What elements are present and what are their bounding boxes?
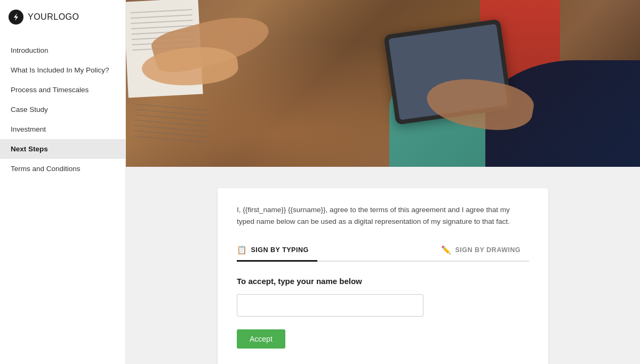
sidebar-item-process-timescales[interactable]: Process and Timescales xyxy=(0,80,125,100)
signature-tabs: 📋SIGN BY TYPING✏️SIGN BY DRAWING xyxy=(237,240,529,262)
sidebar-item-case-study[interactable]: Case Study xyxy=(0,100,125,119)
sign-by-drawing-icon: ✏️ xyxy=(441,245,452,255)
nav-menu: IntroductionWhat Is Included In My Polic… xyxy=(0,35,125,179)
tab-sign-by-drawing[interactable]: ✏️SIGN BY DRAWING xyxy=(441,240,529,262)
sign-by-typing-label: SIGN BY TYPING xyxy=(251,246,309,254)
main-content: I, {{first_name}} {{surname}}, agree to … xyxy=(126,0,640,364)
sign-by-typing-icon: 📋 xyxy=(237,245,247,255)
bolt-icon xyxy=(12,13,20,21)
sidebar-item-investment[interactable]: Investment xyxy=(0,119,125,139)
svg-marker-0 xyxy=(14,13,18,21)
tab-divider xyxy=(317,240,441,261)
logo-text: YOURLOGO xyxy=(28,12,79,22)
hero-image xyxy=(126,0,640,167)
tab-sign-by-typing[interactable]: 📋SIGN BY TYPING xyxy=(237,240,317,262)
agreement-text: I, {{first_name}} {{surname}}, agree to … xyxy=(237,204,529,227)
logo-area: YOURLOGO xyxy=(0,0,125,35)
form-card: I, {{first_name}} {{surname}}, agree to … xyxy=(218,188,548,364)
sign-by-drawing-label: SIGN BY DRAWING xyxy=(455,246,521,254)
name-input[interactable] xyxy=(237,294,423,317)
sidebar-item-next-steps[interactable]: Next Steps xyxy=(0,139,125,159)
paper-shape-front xyxy=(126,92,215,167)
sidebar-item-what-is-included[interactable]: What Is Included In My Policy? xyxy=(0,60,125,80)
sidebar-item-terms-conditions[interactable]: Terms and Conditions xyxy=(0,159,125,179)
name-field-label: To accept, type your name below xyxy=(237,277,529,286)
logo-icon xyxy=(9,10,23,25)
accept-button[interactable]: Accept xyxy=(237,329,285,349)
sidebar-item-introduction[interactable]: Introduction xyxy=(0,41,125,60)
sidebar: YOURLOGO IntroductionWhat Is Included In… xyxy=(0,0,126,364)
